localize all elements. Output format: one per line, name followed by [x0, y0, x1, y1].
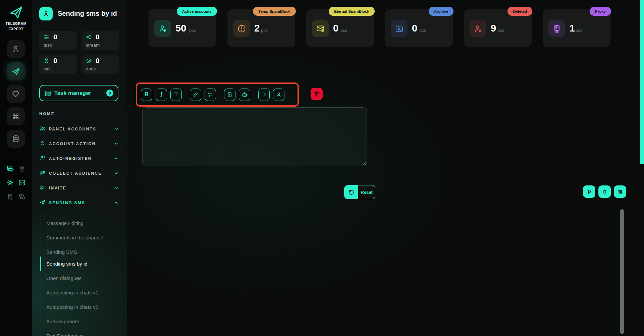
stream-icon [86, 34, 92, 40]
sidebar-item-label: ACCOUNT ACTION [49, 142, 96, 146]
bot-icon [241, 92, 248, 98]
submenu-label: Open dialogues [46, 275, 82, 281]
repeat-button[interactable] [205, 89, 216, 101]
rail-settings-button[interactable] [6, 178, 14, 186]
stat-badge: Temp SpamBlock [253, 7, 296, 16]
submenu-label: Autoposting in chats v1 [46, 290, 98, 295]
user-x-icon [470, 20, 486, 37]
message-text-input[interactable] [142, 107, 367, 166]
sidebar-item-panel-accounts[interactable]: PANEL ACCOUNTS [32, 121, 127, 136]
counter-task-label: task [44, 43, 52, 48]
stat-badge: Active accounts [177, 7, 217, 16]
submenu-item-comments-in-channel[interactable]: Comments in the channel [41, 230, 125, 244]
page-title: Sending sms by id [58, 10, 117, 17]
submenu-item-open-dialogues[interactable]: Open dialogues [41, 271, 125, 285]
sidebar-item-label: COLLECT AUDIENCE [49, 171, 102, 176]
task-manager-button[interactable]: Task manager 0 [39, 85, 118, 101]
mention-user-button[interactable] [273, 89, 284, 101]
reset-settings-button[interactable]: Reset [344, 185, 375, 199]
start-button[interactable] [583, 185, 595, 198]
rail-server-status-button[interactable] [6, 164, 14, 172]
submenu-item-message-editing[interactable]: Message Editing [41, 216, 125, 230]
sidebar-item-invite[interactable]: INVITE [32, 180, 127, 195]
bold-icon: B [145, 92, 149, 98]
stat-value: 0 [333, 23, 338, 34]
counter-done-label: done [86, 66, 96, 71]
italic-button[interactable]: I [156, 89, 167, 101]
diamond-icon [11, 90, 20, 98]
sidebar-item-account-action[interactable]: ACCOUNT ACTION [32, 136, 127, 151]
submenu-item-text-randomizer[interactable]: Text Randomizer [41, 329, 125, 336]
submenu-item-autoposting-v2[interactable]: Autoposting in chats v2 [41, 300, 125, 314]
rail-premium-button[interactable] [7, 85, 25, 103]
rail-code-window-button[interactable] [18, 178, 26, 186]
submenu-item-sending-sms-by-id[interactable]: Sending sms by id [41, 257, 125, 271]
auto-register-icon [39, 155, 46, 161]
paper-plane-icon [11, 67, 20, 76]
rail-sending-button[interactable] [7, 62, 25, 80]
stat-card-deleted: Deleted 9 pcs [464, 9, 532, 47]
warning-octagon-icon [233, 20, 250, 37]
page-scrollbar-thumb[interactable] [640, 0, 644, 164]
stat-value: 0 [412, 23, 417, 34]
counter-wait: 0 wait [39, 55, 77, 74]
stop-button[interactable] [598, 185, 611, 198]
chevron-down-icon [114, 171, 119, 176]
italic-icon: I [160, 91, 162, 98]
sending-sms-icon [39, 199, 46, 206]
rail-profile-button[interactable] [7, 40, 25, 58]
task-list-icon [44, 34, 49, 40]
command-icon [11, 112, 20, 121]
collect-audience-icon [39, 170, 46, 176]
clear-text-button[interactable] [311, 88, 323, 100]
rail-report-button[interactable] [6, 192, 14, 201]
mention-user-icon [276, 92, 282, 98]
text-template-icon [261, 92, 267, 98]
bot-button[interactable] [239, 89, 250, 101]
icon-rail: TELEGRAM EXPERT [0, 0, 32, 336]
webcam-icon [18, 165, 26, 172]
panel-accounts-icon [39, 125, 46, 132]
stat-unit: pcs [261, 28, 268, 33]
title-text-button[interactable]: T [170, 89, 182, 101]
text-toolbar-highlight: B I T [136, 82, 299, 107]
counter-stream-label: stream [86, 43, 100, 48]
invite-icon [39, 184, 46, 191]
rail-database-button[interactable] [7, 130, 25, 148]
sidebar-item-auto-register[interactable]: AUTO-REGISTER [32, 151, 127, 166]
user-heart-icon [154, 20, 171, 37]
app-logo: TELEGRAM EXPERT [0, 5, 32, 31]
submenu-item-autoposting-v1[interactable]: Autoposting in chats v1 [41, 285, 125, 299]
file-insert-icon [227, 92, 233, 98]
rail-webcam-button[interactable] [18, 164, 26, 172]
rail-transfer-button[interactable] [18, 192, 26, 201]
link-button[interactable] [190, 89, 201, 101]
sidebar-item-label: INVITE [49, 186, 66, 190]
code-window-icon [18, 179, 26, 186]
stat-badge: Eternal SpamBlock [329, 7, 375, 16]
folder-user-icon [391, 20, 408, 37]
mail-warning-icon [312, 20, 329, 37]
page-icon [39, 7, 53, 20]
sidebar-item-sending-sms[interactable]: SENDING SMS [32, 195, 127, 210]
stat-unit: pcs [576, 28, 582, 33]
stat-card-active-accounts: Active accounts 50 pcs [149, 9, 216, 47]
play-icon [586, 189, 592, 195]
rail-commands-button[interactable] [7, 107, 25, 125]
account-action-icon [39, 140, 46, 147]
sidebar-item-collect-audience[interactable]: COLLECT AUDIENCE [32, 166, 127, 180]
submenu-item-autoresponder[interactable]: Autoresponder [41, 314, 125, 328]
insert-file-button[interactable] [224, 89, 235, 101]
text-template-button[interactable] [258, 89, 270, 101]
done-icon [86, 58, 92, 64]
bold-button[interactable]: B [141, 89, 152, 101]
stat-badge: Proxy [590, 7, 611, 16]
submenu-label: Sending SMS [46, 249, 77, 255]
stop-icon [602, 189, 608, 195]
clear-log-button[interactable] [614, 185, 626, 198]
task-manager-icon [44, 90, 51, 97]
stat-badge: Deleted [507, 7, 532, 16]
table-scrollbar[interactable] [620, 209, 624, 334]
submenu-label: Message Editing [46, 220, 84, 226]
stat-value: 50 [175, 23, 186, 34]
